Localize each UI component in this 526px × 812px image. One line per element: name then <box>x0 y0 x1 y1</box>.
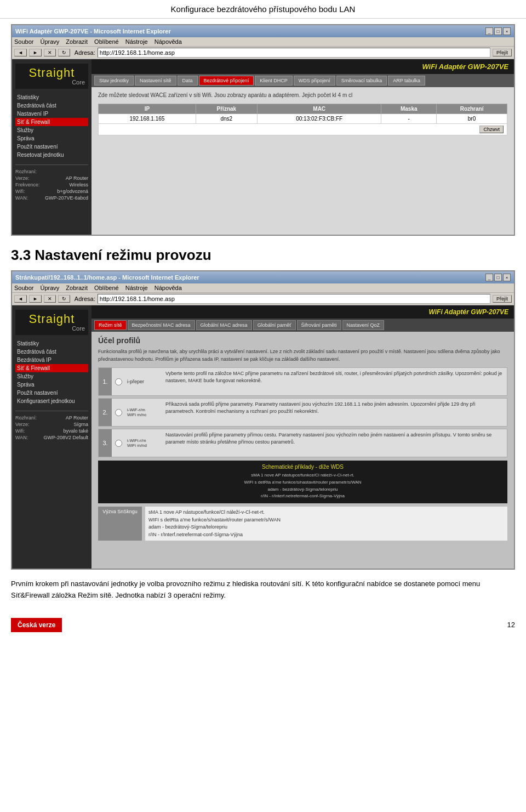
device-desc-1: Zde můžete sledovat WACE zařízení v síti… <box>98 92 507 99</box>
sidebar-item-nastaveni-ip[interactable]: Nastavení IP <box>15 110 88 118</box>
mode-row-1: 1. i-přeper Vyberte tento profil na zálo… <box>98 367 507 396</box>
status2-row-2: Verze: Sígrna <box>15 421 88 428</box>
nav2-tab-qoz[interactable]: Nastavení QoZ <box>342 320 385 330</box>
device-main-2: WiFi Adaptér GWP-207VE Režim sítě Bezpeč… <box>92 305 514 569</box>
stop-button-2[interactable]: ✕ <box>44 295 56 303</box>
menu2-upravy[interactable]: Úpravy <box>40 285 59 291</box>
sidebar2-item-sluzby[interactable]: Služby <box>15 372 88 381</box>
sidebar2-item-sprava[interactable]: Správa <box>15 381 88 389</box>
nav-tab-nastaveni[interactable]: Nastavení sítě <box>135 76 176 86</box>
status-row-3: Frekvence: Wireless <box>15 181 88 188</box>
menu-soubor[interactable]: Soubor <box>14 38 33 45</box>
menu2-napoveda[interactable]: Nápověda <box>155 285 182 291</box>
nav-tab-smerovaci[interactable]: Směrovací tabulka <box>336 76 387 86</box>
nav-tab-wds[interactable]: WDS připojení <box>294 76 335 86</box>
menu2-soubor[interactable]: Soubor <box>14 285 33 291</box>
go-button[interactable]: Přejít <box>493 49 512 56</box>
refresh-button-2[interactable]: ↻ <box>58 295 70 303</box>
sidebar2-item-bezdratova[interactable]: Bezdrátová část <box>15 348 88 356</box>
current-val-2: WIFI s detRta a'me funkce/s/nastavit/rou… <box>148 516 504 524</box>
nav-tab-arp[interactable]: ARP tabulka <box>388 76 425 86</box>
sidebar2-item-statistiky[interactable]: Statistiky <box>15 339 88 348</box>
sidebar2-item-bezdratova-ip[interactable]: Bezdrátová IP <box>15 356 88 364</box>
col-maska: Maska <box>381 104 437 114</box>
device-sidebar-1: Straight Core Statistiky Bezdrátová část… <box>12 59 92 235</box>
forward-button-2[interactable]: ► <box>29 295 42 303</box>
address-bar-2[interactable] <box>98 294 490 304</box>
device-sidebar-2: Straight Core Statistiky Bezdrátová část… <box>12 305 92 569</box>
table-row-action: Chzwvt <box>99 124 507 135</box>
status2-row-1: Rozhraní: AP Router <box>15 414 88 421</box>
cell-mac: 00:13:02:F3:CB:FF <box>257 114 381 124</box>
browser-controls-1: _ □ × <box>485 27 511 35</box>
refresh-button[interactable]: ↻ <box>58 49 70 56</box>
stop-button[interactable]: ✕ <box>44 49 56 56</box>
back-button-2[interactable]: ◄ <box>14 295 27 303</box>
sidebar2-item-firewall[interactable]: Síť & Firewall <box>15 364 88 372</box>
diagram-item-4: r/IN - r/Interf.netrefermat-conf-Sígrna-… <box>102 493 503 500</box>
close-button-2[interactable]: × <box>503 274 511 281</box>
sidebar-item-sluzby[interactable]: Služby <box>15 126 88 134</box>
address-bar-1[interactable] <box>98 48 490 58</box>
sidebar-status-1: Rozhraní: Verze: AP Router Frekvence: Wi… <box>15 164 88 201</box>
minimize-button-2[interactable]: _ <box>485 274 493 281</box>
mode-num-1: 1. <box>99 368 112 395</box>
mode-desc-2: Příkazová sada profilů přijme parametry.… <box>163 399 507 426</box>
maximize-button[interactable]: □ <box>494 27 502 35</box>
sidebar-item-bezdratova[interactable]: Bezdrátová část <box>15 101 88 110</box>
close-button[interactable]: × <box>503 27 511 35</box>
browser-titlebar-2: Stránkupat//192..168..1..1/home.asp - Mi… <box>12 271 514 283</box>
mode-radio-input-3[interactable] <box>115 440 122 447</box>
mode-desc-3: Nastavování profilů přijme parametry pří… <box>163 429 507 457</box>
sidebar-item-reset[interactable]: Resetovat jednotku <box>15 151 88 159</box>
sidebar2-item-pouzit[interactable]: Použít nastavení <box>15 389 88 397</box>
nav2-tab-sifrovani[interactable]: Šifrování paměti <box>297 320 341 330</box>
device-nav-2: Režim sítě Bezpečnostní MAC adresa Globá… <box>92 319 514 332</box>
menu-nastroje[interactable]: Nástroje <box>125 38 148 45</box>
menu-zobrazit[interactable]: Zobrazit <box>66 38 88 45</box>
mode-name-1: i-přeper <box>125 368 163 395</box>
cell-rozhrani: br0 <box>437 114 507 124</box>
footer-text: Prvním krokem při nastavování jednotky j… <box>11 578 515 601</box>
menu2-oblibene[interactable]: Oblíbené <box>94 285 119 291</box>
mode-name-3: i-WiFi-r/mWiFi m/nd <box>125 429 163 457</box>
mode-radio-input-2[interactable] <box>115 409 122 416</box>
go-button-2[interactable]: Přejít <box>493 295 512 303</box>
nav2-tab-rezim[interactable]: Režim sítě <box>94 320 127 330</box>
current-val-4: r/IN - r/Interf.netrefermat-conf-Sígrna-… <box>148 531 504 539</box>
maximize-button-2[interactable]: □ <box>494 274 502 281</box>
sidebar-item-firewall[interactable]: Síť & Firewall <box>15 118 88 126</box>
sidebar-item-statistiky[interactable]: Statistiky <box>15 93 88 101</box>
mode-radio-2 <box>112 399 125 426</box>
nav-tab-bezdratove[interactable]: Bezdrátové připojení <box>199 76 254 86</box>
nav2-tab-bezp-mac[interactable]: Bezpečnostní MAC adresa <box>128 320 195 330</box>
col-rozhrani: Rozhraní <box>437 104 507 114</box>
nav2-tab-glob-pamet[interactable]: Globální paměť <box>253 320 296 330</box>
footer-logo: Česká verze <box>11 618 62 632</box>
device-body-1: Zde můžete sledovat WACE zařízení v síti… <box>92 87 514 235</box>
menu2-nastroje[interactable]: Nástroje <box>125 285 148 291</box>
device-header-1: WiFi Adaptér GWP-207VE <box>92 59 514 74</box>
nav2-tab-glob-mac[interactable]: Globální MAC adresa <box>196 320 252 330</box>
back-button[interactable]: ◄ <box>14 49 27 56</box>
nav-tab-dhcp[interactable]: Klient DHCP <box>255 76 293 86</box>
status2-row-4: WAN: GWP-208V2 Default <box>15 434 88 441</box>
forward-button[interactable]: ► <box>29 49 42 56</box>
action-button[interactable]: Chzwvt <box>479 126 504 133</box>
mode-radio-input-1[interactable] <box>115 378 122 385</box>
sidebar-item-pouzit[interactable]: Použít nastavení <box>15 143 88 151</box>
sidebar2-item-konfigurace[interactable]: Konfigurasert jednotkou <box>15 397 88 405</box>
menu2-zobrazit[interactable]: Zobrazit <box>66 285 88 291</box>
nav-tab-data[interactable]: Data <box>178 76 198 86</box>
menu-upravy[interactable]: Úpravy <box>40 38 59 45</box>
sidebar-item-sprava[interactable]: Správa <box>15 134 88 143</box>
diagram-item-1: sMA 1 nove AP nástupce/funkce/Cl náleží-… <box>102 472 503 479</box>
nav-tab-stav[interactable]: Stav jednotky <box>94 76 134 86</box>
menu-napoveda[interactable]: Nápověda <box>155 38 182 45</box>
minimize-button[interactable]: _ <box>485 27 493 35</box>
page-number: 12 <box>507 621 515 629</box>
menu-oblibene[interactable]: Oblíbené <box>94 38 119 45</box>
address-label-2: Adresa: <box>75 296 95 302</box>
browser-content-2: Straight Core Statistiky Bezdrátová část… <box>12 305 514 569</box>
diagram-title: Schematické příklady - díže WDS <box>102 464 503 470</box>
